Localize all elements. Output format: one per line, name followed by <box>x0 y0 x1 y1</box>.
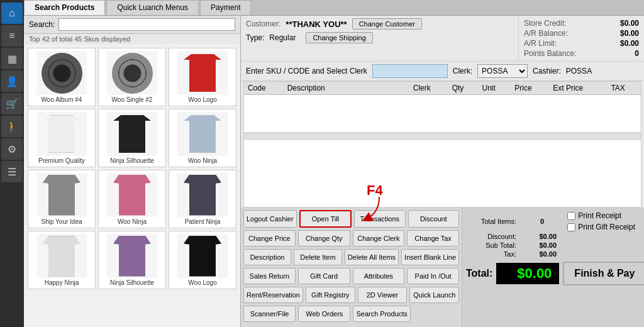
list-item[interactable]: Ninja Silhouette <box>98 109 166 167</box>
rent-reservation-button[interactable]: Rent/Reservation <box>243 287 303 303</box>
tab-bar: Search Products Quick Luanch Menus Payme… <box>24 0 644 16</box>
list-item[interactable]: Happy Ninja <box>28 231 96 289</box>
horizontal-scrollbar[interactable] <box>244 133 641 140</box>
product-name: Patient Ninja <box>185 218 221 225</box>
sku-input[interactable] <box>372 64 448 78</box>
action-buttons: Logout Cashier Open Till Transactions Di… <box>241 208 462 327</box>
settings-icon[interactable]: ⚙ <box>1 138 23 160</box>
col-clerk: Clerk <box>409 82 448 95</box>
product-image <box>42 53 82 94</box>
sub-total-value: $0.00 <box>519 241 557 249</box>
list-item[interactable]: Woo Logo <box>169 231 236 289</box>
product-name: Premium Quality <box>38 157 85 164</box>
product-name: Woo Single #2 <box>112 96 153 103</box>
list-item[interactable]: Ship Your Idea <box>28 170 96 228</box>
list-item[interactable]: Woo Album #4 <box>28 48 96 106</box>
web-orders-button[interactable]: Web Orders <box>298 306 350 322</box>
change-customer-button[interactable]: Change Customer <box>352 18 422 30</box>
store-credit-value: $0.00 <box>620 19 639 28</box>
insert-blank-line-button[interactable]: Insert Blank Line <box>401 249 459 265</box>
paid-in-out-button[interactable]: Paid In /Out <box>407 268 459 284</box>
delete-all-items-button[interactable]: Delete All Items <box>345 249 399 265</box>
search-input[interactable] <box>58 18 235 31</box>
product-name: Woo Ninja <box>188 157 217 164</box>
checkboxes: Print Receipt Print Gift Receipt <box>562 211 640 231</box>
print-gift-receipt-row: Print Gift Receipt <box>567 223 635 231</box>
clerk-select[interactable]: POSSA <box>477 64 528 78</box>
change-qty-button[interactable]: Change Qty <box>298 230 350 247</box>
product-image <box>184 175 221 216</box>
search-bar: Search: <box>24 16 240 34</box>
discount-button[interactable]: Discount <box>408 210 459 228</box>
col-unit: Unit <box>478 82 511 95</box>
logout-cashier-button[interactable]: Logout Cashier <box>243 210 297 228</box>
print-receipt-checkbox[interactable] <box>567 212 575 220</box>
col-description: Description <box>283 82 409 95</box>
list-item[interactable]: Woo Ninja <box>169 109 236 167</box>
quick-launch-button[interactable]: Quick Launch <box>409 287 459 303</box>
print-receipt-row: Print Receipt <box>567 211 635 220</box>
action-row-1: Logout Cashier Open Till Transactions Di… <box>243 210 459 228</box>
product-name: Ninja Silhouette <box>110 157 154 164</box>
tab-search-products[interactable]: Search Products <box>24 0 105 15</box>
list-item[interactable]: Ninja Silhouette <box>98 231 166 289</box>
list-item[interactable]: Patient Ninja <box>169 170 236 228</box>
print-receipt-label: Print Receipt <box>578 211 621 220</box>
change-price-button[interactable]: Change Price <box>243 230 296 247</box>
print-gift-receipt-checkbox[interactable] <box>567 223 575 231</box>
search-products-button[interactable]: Search Products <box>353 306 410 322</box>
top-right-area: Customer: **THANK YOU** Change Customer … <box>241 16 644 62</box>
totals-panel: Total Items: 0 Print Receipt Print Gift … <box>462 208 644 327</box>
clerk-label: Clerk: <box>453 67 472 75</box>
discount-value: $0.00 <box>519 233 557 240</box>
tab-quick-launch[interactable]: Quick Luanch Menus <box>106 0 199 15</box>
col-price: Price <box>511 82 549 95</box>
gift-card-button[interactable]: Gift Card <box>298 268 350 284</box>
list-item[interactable]: Woo Ninja <box>98 170 166 228</box>
walk-icon[interactable]: 🚶 <box>1 116 23 137</box>
scanner-file-button[interactable]: Scanner/File <box>243 306 296 322</box>
product-image <box>113 236 151 277</box>
person-icon[interactable]: 👤 <box>1 70 23 92</box>
product-image <box>112 53 153 94</box>
delete-item-button[interactable]: Delete Item <box>294 249 341 265</box>
product-image <box>43 175 80 216</box>
2d-viewer-button[interactable]: 2D Viewer <box>358 287 408 303</box>
menu-icon[interactable]: ☰ <box>1 161 23 182</box>
sidebar: ⌂ ≡ ▦ 👤 🛒 🚶 ⚙ ☰ <box>0 0 24 327</box>
open-till-button[interactable]: Open Till <box>299 210 352 228</box>
transactions-button[interactable]: Transactions <box>354 210 405 228</box>
list-item[interactable]: Woo Logo <box>169 48 236 106</box>
product-image <box>43 115 80 153</box>
change-clerk-button[interactable]: Change Clerk <box>353 230 405 247</box>
home-icon[interactable]: ⌂ <box>1 3 23 24</box>
change-tax-button[interactable]: Change Tax <box>407 230 459 247</box>
search-label: Search: <box>29 20 55 29</box>
col-tax: TAX <box>607 82 641 95</box>
product-name: Woo Ninja <box>118 218 147 225</box>
discount-label: Discount: <box>466 233 516 240</box>
ar-balance-value: $0.00 <box>620 29 639 38</box>
change-shipping-button[interactable]: Change Shipping <box>306 32 372 43</box>
sales-return-button[interactable]: Sales Return <box>243 268 296 284</box>
products-icon[interactable]: ▦ <box>1 48 23 69</box>
action-row-6: Scanner/File Web Orders Search Products <box>243 306 459 322</box>
points-balance-value: 0 <box>635 49 639 58</box>
cashier-value: POSSA <box>566 67 592 75</box>
list-item[interactable]: Premium Quality <box>28 109 96 167</box>
list-item[interactable]: Woo Single #2 <box>98 48 166 106</box>
product-name: Ship Your Idea <box>41 218 82 225</box>
gift-registry-button[interactable]: Gift Registry <box>306 287 355 303</box>
product-image <box>184 115 221 153</box>
receipt-icon[interactable]: ≡ <box>1 25 23 47</box>
tab-payment[interactable]: Payment <box>200 0 251 15</box>
finish-pay-button[interactable]: Finish & Pay <box>563 262 644 285</box>
right-panel-wrapper: Customer: **THANK YOU** Change Customer … <box>241 16 644 327</box>
customer-info: Customer: **THANK YOU** Change Customer … <box>241 16 518 61</box>
attributes-button[interactable]: Attributes <box>353 268 405 284</box>
cart-icon[interactable]: 🛒 <box>1 93 23 114</box>
action-row-4: Sales Return Gift Card Attributes Paid I… <box>243 268 459 284</box>
type-label: Type: <box>246 33 264 42</box>
description-button[interactable]: Description <box>243 249 291 265</box>
customer-name: **THANK YOU** <box>286 19 347 29</box>
